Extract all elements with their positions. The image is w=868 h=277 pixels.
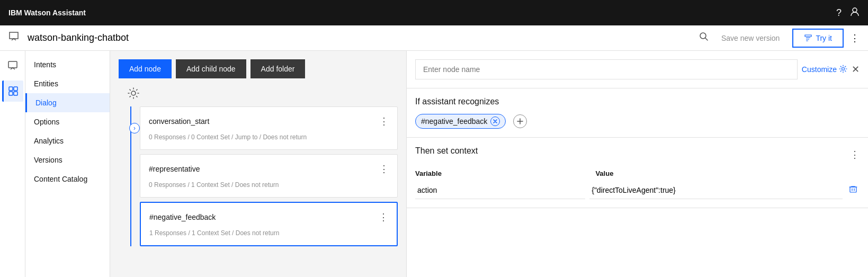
dialog-node-1[interactable]: #representative ⋮ 0 Responses / 1 Contex…: [140, 154, 398, 198]
top-nav-right: ?: [836, 7, 860, 19]
top-nav-brand-area: IBM Watson Assistant: [8, 8, 86, 17]
variable-input-0[interactable]: [415, 182, 585, 199]
context-table-header: Variable Value: [415, 169, 860, 177]
right-panel: Customize ✕ If assistant recognizes #neg…: [407, 51, 868, 277]
variable-header: Variable: [415, 169, 591, 177]
close-panel-button[interactable]: ✕: [852, 64, 860, 75]
node-more-0[interactable]: ⋮: [379, 115, 389, 127]
node-meta-2: 1 Responses / 1 Context Set / Does not r…: [149, 229, 388, 237]
add-child-node-button[interactable]: Add child node: [176, 59, 246, 78]
node-title-0: conversation_start: [149, 117, 209, 126]
then-set-context-title: Then set context: [415, 146, 478, 156]
nav-icon-chat[interactable]: [2, 55, 23, 76]
context-table: Variable Value: [415, 169, 860, 199]
delete-row-button-0[interactable]: [847, 183, 860, 198]
node-more-1[interactable]: ⋮: [379, 163, 389, 175]
expand-button-0[interactable]: ›: [129, 123, 140, 133]
svg-rect-4: [14, 87, 17, 91]
value-input-0[interactable]: [589, 182, 843, 199]
condition-chip[interactable]: #negative_feedback: [415, 114, 506, 129]
svg-rect-3: [9, 87, 13, 91]
canvas-area: Add node Add child node Add folder ›: [110, 51, 407, 277]
canvas-toolbar: Add node Add child node Add folder: [119, 59, 398, 78]
svg-rect-5: [9, 92, 13, 95]
sidebar-item-analytics[interactable]: Analytics: [25, 131, 110, 150]
search-icon[interactable]: [699, 32, 709, 44]
node-wrapper-1: #representative ⋮ 0 Responses / 1 Contex…: [127, 154, 398, 198]
node-wrapper-2: #negative_feedback ⋮ 1 Responses / 1 Con…: [127, 202, 398, 246]
node-title-1: #representative: [149, 165, 200, 173]
customize-button[interactable]: Customize: [802, 65, 847, 75]
try-it-button[interactable]: Try it: [792, 29, 844, 48]
condition-text: #negative_feedback: [421, 117, 487, 126]
context-more-icon[interactable]: ⋮: [850, 149, 860, 160]
add-node-button[interactable]: Add node: [119, 59, 172, 78]
svg-rect-2: [8, 61, 17, 68]
header-more-icon[interactable]: ⋮: [850, 32, 860, 44]
nav-icon-dialog[interactable]: [2, 81, 23, 102]
node-wrapper-0: › conversation_start ⋮ 0 Responses / 0 C…: [127, 106, 398, 150]
node-title-2: #negative_feedback: [149, 213, 216, 221]
if-recognizes-title: If assistant recognizes: [415, 97, 860, 106]
dialog-node-2[interactable]: #negative_feedback ⋮ 1 Responses / 1 Con…: [140, 202, 398, 246]
sidebar-item-content-catalog[interactable]: Content Catalog: [25, 169, 110, 189]
top-nav: IBM Watson Assistant ?: [0, 0, 868, 25]
dialog-node-0[interactable]: conversation_start ⋮ 0 Responses / 0 Con…: [140, 106, 398, 150]
sidebar-item-dialog[interactable]: Dialog: [25, 93, 110, 112]
context-row-0: [415, 182, 860, 199]
save-version-button[interactable]: Save new version: [715, 30, 786, 47]
condition-row: #negative_feedback: [415, 114, 860, 129]
canvas-icon-row: [119, 87, 398, 102]
svg-point-8: [842, 67, 845, 70]
chat-header-icon: [8, 31, 19, 44]
gear-icon: [839, 65, 847, 75]
welcome-icon: [127, 87, 140, 102]
sidebar-item-versions[interactable]: Versions: [25, 150, 110, 169]
sidebar-item-entities[interactable]: Entities: [25, 74, 110, 93]
context-section-header: Then set context ⋮: [415, 146, 860, 163]
node-meta-1: 0 Responses / 1 Context Set / Does not r…: [149, 181, 389, 189]
value-header: Value: [595, 169, 860, 177]
add-folder-button[interactable]: Add folder: [250, 59, 306, 78]
if-recognizes-section: If assistant recognizes #negative_feedba…: [407, 88, 868, 138]
svg-point-7: [131, 91, 136, 95]
header-actions: Save new version Try it ⋮: [699, 29, 860, 48]
sidebar-item-intents[interactable]: Intents: [25, 55, 110, 74]
svg-point-0: [853, 8, 857, 12]
node-more-2[interactable]: ⋮: [379, 211, 388, 223]
node-name-input[interactable]: [415, 59, 798, 79]
right-panel-top: Customize ✕: [407, 51, 868, 88]
node-header-2: #negative_feedback ⋮: [149, 211, 388, 223]
sidebar: Intents Entities Dialog Options Analytic…: [25, 51, 110, 277]
app-body: Intents Entities Dialog Options Analytic…: [0, 51, 868, 277]
svg-rect-9: [850, 187, 856, 192]
add-condition-button[interactable]: [513, 114, 527, 128]
dialog-tree: › conversation_start ⋮ 0 Responses / 0 C…: [119, 106, 398, 246]
svg-point-1: [700, 33, 706, 39]
sidebar-item-options[interactable]: Options: [25, 112, 110, 131]
user-icon[interactable]: [850, 7, 860, 19]
main-header: watson-banking-chatbot Save new version …: [0, 25, 868, 51]
page-title: watson-banking-chatbot: [28, 32, 691, 43]
node-meta-0: 0 Responses / 0 Context Set / Jump to / …: [149, 133, 389, 141]
brand-name: IBM Watson Assistant: [8, 8, 86, 17]
svg-rect-6: [14, 92, 17, 95]
icon-nav: [0, 51, 25, 277]
condition-remove-button[interactable]: [490, 117, 500, 126]
node-header-0: conversation_start ⋮: [149, 115, 389, 127]
then-set-context-section: Then set context ⋮ Variable Value: [407, 138, 868, 208]
help-icon[interactable]: ?: [836, 7, 842, 19]
node-header-1: #representative ⋮: [149, 163, 389, 175]
